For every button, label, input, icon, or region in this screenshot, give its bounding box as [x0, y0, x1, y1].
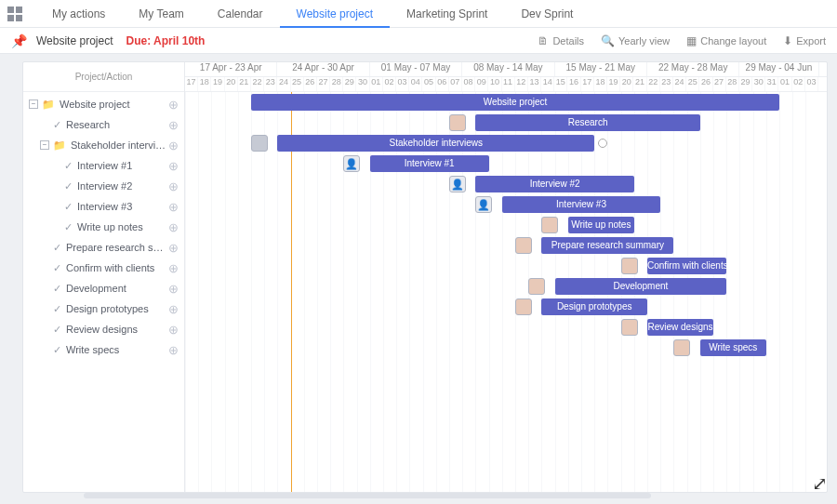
gantt-bar[interactable]: Write up notes [568, 217, 634, 233]
yearly-view-button[interactable]: 🔍Yearly view [601, 34, 670, 47]
day-header: 15 [554, 77, 567, 91]
assignee-avatar[interactable] [528, 278, 545, 295]
assignee-avatar[interactable] [621, 319, 638, 336]
gantt-row: Stakeholder interviews [185, 133, 827, 153]
add-icon[interactable]: ⊕ [168, 139, 179, 153]
gantt-row: Research [185, 113, 827, 133]
add-icon[interactable]: ⊕ [168, 118, 179, 132]
tab-marketing-sprint[interactable]: Marketing Sprint [390, 0, 504, 28]
gantt-bar[interactable]: Development [555, 278, 727, 295]
tree-row[interactable]: ✓Development⊕ [23, 278, 184, 298]
change-layout-button[interactable]: ▦Change layout [686, 34, 766, 47]
add-icon[interactable]: ⊕ [168, 302, 179, 316]
gantt-bar[interactable]: Design prototypes [541, 298, 647, 315]
tree-label: Confirm with clients [66, 262, 168, 273]
day-header: 22 [647, 77, 660, 91]
add-icon[interactable]: ⊕ [168, 241, 179, 255]
gantt-row: Review designs [185, 317, 827, 338]
day-header: 19 [607, 77, 620, 91]
tab-website-project[interactable]: Website project [280, 0, 390, 28]
tree-row[interactable]: ✓Design prototypes⊕ [23, 298, 184, 319]
gantt-bar[interactable]: Interview #3 [502, 196, 660, 213]
tree-row[interactable]: ✓Prepare research sumr⊕ [23, 237, 184, 258]
day-header: 01 [778, 77, 791, 91]
add-icon[interactable]: ⊕ [168, 98, 179, 112]
tree-row[interactable]: ✓Research⊕ [23, 114, 184, 135]
tree-row[interactable]: −📁Stakeholder interviews⊕ [23, 135, 184, 155]
day-header: 22 [251, 77, 264, 91]
day-header: 29 [343, 77, 356, 91]
day-header: 27 [317, 77, 330, 91]
check-icon: ✓ [53, 283, 61, 295]
check-icon: ✓ [53, 324, 61, 336]
week-header: 15 May - 21 May [555, 62, 647, 76]
expand-icon[interactable]: ⤢ [812, 472, 828, 495]
assignee-avatar[interactable]: 👤 [475, 196, 492, 213]
day-header: 19 [211, 77, 224, 91]
details-button[interactable]: 🗎Details [538, 34, 584, 47]
assignee-avatar[interactable]: 👤 [343, 155, 360, 172]
add-icon[interactable]: ⊕ [168, 282, 179, 296]
tree-label: Stakeholder interviews [71, 139, 168, 151]
add-icon[interactable]: ⊕ [168, 261, 179, 275]
expander-placeholder [40, 304, 49, 313]
tree-row[interactable]: ✓Write up notes⊕ [23, 217, 184, 237]
check-icon: ✓ [64, 221, 73, 233]
assignee-avatar[interactable] [515, 237, 532, 254]
gantt-bar[interactable]: Confirm with clients [647, 258, 726, 274]
day-header: 24 [673, 77, 686, 91]
assignee-avatar[interactable] [515, 298, 532, 315]
gantt-bar[interactable]: Research [475, 114, 699, 131]
tab-my-actions[interactable]: My actions [35, 0, 122, 28]
gantt-chart[interactable]: 17 Apr - 23 Apr24 Apr - 30 Apr01 May - 0… [185, 62, 827, 492]
gantt-bar[interactable]: Interview #2 [475, 176, 633, 192]
check-icon: ✓ [53, 262, 61, 274]
check-icon: ✓ [53, 344, 61, 356]
tree-row[interactable]: ✓Review designs⊕ [23, 319, 184, 339]
day-header: 12 [515, 77, 528, 91]
tab-dev-sprint[interactable]: Dev Sprint [504, 0, 590, 28]
collapse-icon[interactable]: − [40, 140, 49, 150]
due-label: Due: April 10th [126, 34, 205, 47]
horizontal-scrollbar[interactable] [84, 493, 651, 498]
day-header: 30 [356, 77, 369, 91]
gantt-bar[interactable]: Website project [251, 94, 779, 111]
tab-calendar[interactable]: Calendar [201, 0, 280, 28]
expander-placeholder [40, 325, 49, 334]
add-icon[interactable]: ⊕ [168, 343, 179, 357]
day-header: 11 [502, 77, 515, 91]
assignee-avatar[interactable]: 👤 [449, 176, 466, 192]
gantt-bar[interactable]: Write specs [700, 339, 766, 356]
gantt-bar[interactable]: Stakeholder interviews [277, 135, 594, 152]
assignee-avatar[interactable] [673, 339, 690, 356]
add-icon[interactable]: ⊕ [168, 179, 179, 193]
tree-label: Interview #1 [77, 160, 168, 171]
day-header: 20 [620, 77, 633, 91]
tree-label: Interview #2 [77, 180, 168, 192]
pin-icon[interactable]: 📌 [11, 33, 27, 48]
assignee-avatar[interactable] [449, 114, 466, 131]
assignee-avatar[interactable] [251, 135, 268, 152]
add-icon[interactable]: ⊕ [168, 220, 179, 234]
add-icon[interactable]: ⊕ [168, 323, 179, 337]
gantt-row: Write specs [185, 338, 827, 358]
tree-row[interactable]: ✓Confirm with clients⊕ [23, 258, 184, 278]
gantt-bar[interactable]: Interview #1 [370, 155, 489, 172]
collapse-icon[interactable]: − [29, 99, 38, 109]
tab-my-team[interactable]: My Team [122, 0, 200, 28]
assignee-avatar[interactable] [621, 258, 638, 274]
tree-row[interactable]: ✓Interview #3⊕ [23, 196, 184, 217]
tree-label: Write up notes [77, 221, 168, 232]
assignee-avatar[interactable] [541, 217, 558, 233]
export-button[interactable]: ⬇Export [783, 34, 826, 47]
tree-row[interactable]: ✓Write specs⊕ [23, 339, 184, 360]
tree-pane: Project/Action −📁Website project⊕✓Resear… [23, 62, 185, 492]
gantt-bar[interactable]: Prepare research summary [541, 237, 673, 254]
tree-row[interactable]: ✓Interview #1⊕ [23, 155, 184, 176]
gantt-bar[interactable]: Review designs [647, 319, 713, 336]
tree-row[interactable]: −📁Website project⊕ [23, 94, 184, 114]
app-icon[interactable] [7, 7, 22, 21]
add-icon[interactable]: ⊕ [168, 200, 179, 214]
add-icon[interactable]: ⊕ [168, 159, 179, 173]
tree-row[interactable]: ✓Interview #2⊕ [23, 176, 184, 196]
